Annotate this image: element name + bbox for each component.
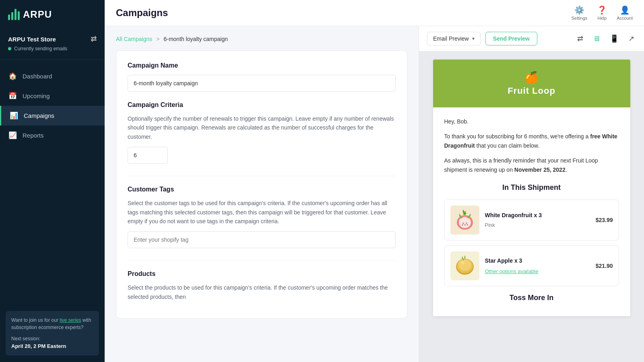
settings-button[interactable]: ⚙️ Settings: [572, 5, 588, 21]
criteria-input[interactable]: [128, 147, 168, 164]
svg-point-3: [462, 223, 464, 224]
svg-point-2: [459, 217, 471, 228]
campaign-criteria-description: Optionally specify the number of renewal…: [128, 114, 396, 141]
svg-point-4: [466, 223, 467, 224]
logo-area: ARPU: [0, 0, 105, 29]
promo-link[interactable]: live series: [60, 317, 81, 323]
send-preview-button[interactable]: Send Preview: [485, 32, 537, 45]
campaign-form-card: Campaign Name Campaign Criteria Optional…: [116, 50, 407, 319]
email-greeting: Hey, Bob.: [444, 117, 619, 126]
email-paragraph1: To thank you for subscribing for 6 month…: [444, 132, 619, 150]
product-info-1: White Dragonfruit x 3 Pink: [485, 211, 590, 230]
preview-view-icons: ⇄ 🖥 📱 ↗: [576, 33, 636, 45]
breadcrumb: All Campaigns > 6-month loyalty campaign: [116, 36, 407, 42]
help-button[interactable]: ❓ Help: [597, 5, 607, 21]
account-icon: 👤: [620, 5, 630, 15]
shipment-title: In This Shipment: [444, 182, 619, 194]
breadcrumb-separator: >: [156, 36, 159, 42]
email-header: 🍊 Fruit Loop: [433, 60, 630, 107]
sidebar-item-label: Upcoming: [23, 93, 50, 99]
promo-session-date: April 20, 2 PM Eastern: [11, 343, 66, 349]
product-image-starapple: [450, 251, 479, 280]
preview-panel: Email Preview ▾ Send Preview ⇄ 🖥 📱 ↗ 🍊: [419, 26, 644, 362]
sidebar-item-label: Reports: [23, 132, 44, 139]
toss-more-title: Toss More In: [444, 292, 619, 304]
product-info-2: Star Apple x 3 Other options available: [485, 256, 590, 276]
other-options-link[interactable]: Other options available: [485, 267, 590, 276]
logo-icon: [8, 9, 20, 20]
campaigns-icon: 📊: [9, 111, 18, 120]
divider: [128, 176, 396, 176]
product-image-dragonfruit: [450, 206, 479, 234]
sidebar-item-upcoming[interactable]: 📅 Upcoming: [0, 86, 105, 106]
store-status: Currently sending emails: [8, 46, 97, 51]
preview-toolbar: Email Preview ▾ Send Preview ⇄ 🖥 📱 ↗: [419, 26, 644, 51]
product-card-1: White Dragonfruit x 3 Pink $23.99: [444, 200, 619, 241]
home-icon: 🏠: [8, 72, 17, 80]
breadcrumb-parent[interactable]: All Campaigns: [116, 36, 152, 42]
content-area: All Campaigns > 6-month loyalty campaign…: [105, 26, 644, 362]
page-title: Campaigns: [116, 7, 168, 19]
campaign-criteria-label: Campaign Criteria: [128, 101, 396, 109]
swap-store-icon[interactable]: ⇄: [91, 35, 97, 43]
product-price-1: $23.99: [596, 216, 613, 225]
email-container: 🍊 Fruit Loop Hey, Bob. To thank you for …: [433, 60, 630, 316]
svg-point-7: [466, 224, 468, 226]
customer-tags-description: Select the customer tags to be used for …: [128, 199, 396, 226]
settings-icon: ⚙️: [574, 5, 584, 15]
promo-section: Want to join us for our live series with…: [6, 311, 99, 356]
product-variant-1: Pink: [485, 221, 590, 229]
reports-icon: 📈: [8, 131, 17, 140]
sidebar-item-label: Campaigns: [24, 112, 54, 119]
product-price-2: $21.90: [596, 261, 613, 271]
campaign-name-label: Campaign Name: [128, 62, 396, 69]
store-name: ARPU Test Store ⇄: [8, 35, 97, 43]
sidebar-item-dashboard[interactable]: 🏠 Dashboard: [0, 66, 105, 86]
mobile-view-icon[interactable]: 📱: [608, 33, 620, 45]
customer-tags-input[interactable]: [128, 231, 396, 248]
preview-type-label: Email Preview: [433, 35, 469, 42]
email-logo-text: Fruit Loop: [508, 86, 555, 96]
nav-menu: 🏠 Dashboard 📅 Upcoming 📊 Campaigns 📈 Rep…: [0, 60, 105, 311]
swap-view-icon[interactable]: ⇄: [576, 33, 585, 45]
svg-point-6: [462, 224, 463, 226]
sidebar-item-label: Dashboard: [23, 73, 52, 80]
preview-type-select[interactable]: Email Preview ▾: [427, 32, 481, 45]
email-preview-area: 🍊 Fruit Loop Hey, Bob. To thank you for …: [419, 51, 644, 362]
calendar-icon: 📅: [8, 92, 17, 100]
email-body: Hey, Bob. To thank you for subscribing f…: [433, 107, 630, 316]
product-card-2: Star Apple x 3 Other options available $…: [444, 245, 619, 286]
products-description: Select the products to be used for this …: [128, 283, 396, 301]
svg-point-12: [460, 261, 464, 264]
breadcrumb-current: 6-month loyalty campaign: [163, 36, 228, 42]
product-name-2: Star Apple x 3: [485, 256, 590, 265]
chevron-down-icon: ▾: [472, 36, 475, 41]
email-paragraph2: As always, this is a friendly reminder t…: [444, 156, 619, 175]
product-name-1: White Dragonfruit x 3: [485, 211, 590, 220]
customer-tags-label: Customer Tags: [128, 186, 396, 193]
svg-point-11: [458, 259, 471, 271]
form-panel: All Campaigns > 6-month loyalty campaign…: [105, 26, 419, 362]
logo-text: ARPU: [23, 9, 52, 20]
email-logo-icon: 🍊: [441, 71, 622, 84]
divider-2: [128, 260, 396, 261]
main-content: Campaigns ⚙️ Settings ❓ Help 👤 Account A…: [105, 0, 644, 362]
sidebar: ARPU ARPU Test Store ⇄ Currently sending…: [0, 0, 105, 362]
store-section: ARPU Test Store ⇄ Currently sending emai…: [0, 29, 105, 60]
desktop-view-icon[interactable]: 🖥: [591, 33, 602, 45]
help-icon: ❓: [597, 5, 607, 15]
sidebar-item-campaigns[interactable]: 📊 Campaigns: [0, 106, 105, 125]
external-link-icon[interactable]: ↗: [627, 33, 636, 45]
top-header: Campaigns ⚙️ Settings ❓ Help 👤 Account: [105, 0, 644, 26]
svg-point-5: [464, 224, 465, 226]
status-dot: [8, 47, 11, 50]
campaign-name-input[interactable]: [128, 75, 396, 92]
account-button[interactable]: 👤 Account: [617, 5, 633, 21]
products-label: Products: [128, 270, 396, 278]
sidebar-item-reports[interactable]: 📈 Reports: [0, 125, 105, 145]
header-actions: ⚙️ Settings ❓ Help 👤 Account: [572, 5, 633, 21]
promo-session: Next session: April 20, 2 PM Eastern: [11, 335, 93, 350]
